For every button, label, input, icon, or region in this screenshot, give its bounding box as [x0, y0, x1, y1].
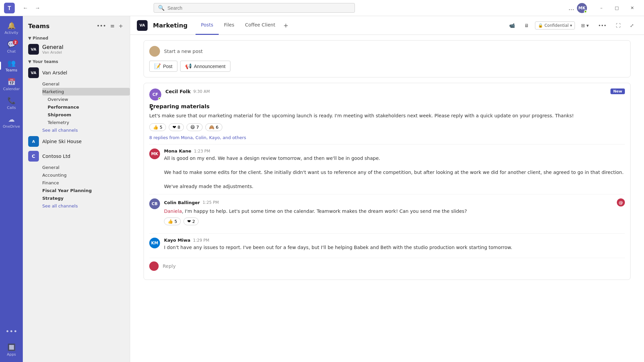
- post-header: CF Cecil Folk 9:30 AM New: [149, 88, 625, 101]
- tab-posts[interactable]: Posts: [196, 16, 219, 35]
- reply-content-mona: Mona Kane 1:23 PM All is good on my end.…: [164, 148, 625, 190]
- apps-icon: 🔲: [7, 343, 16, 351]
- colin-thumbs-emoji: 👍: [168, 219, 173, 224]
- maximize-button[interactable]: □: [609, 3, 625, 13]
- forward-button[interactable]: →: [32, 4, 43, 12]
- rail-item-teams[interactable]: 👥 Teams: [0, 56, 23, 75]
- reaction-heart[interactable]: ❤️ 8: [169, 123, 184, 131]
- pinned-team-subtitle: Van Arsdel: [42, 50, 63, 55]
- thumbs-up-count: 5: [160, 125, 162, 130]
- rail-item-onedrive[interactable]: ☁ OneDrive: [0, 113, 23, 131]
- team-avatar-contoso: C: [28, 151, 39, 162]
- sidebar-title: Teams: [28, 22, 50, 29]
- post-time: 9:30 AM: [193, 89, 210, 94]
- channel-shiproom[interactable]: Shiproom: [42, 111, 130, 119]
- pinned-section-header[interactable]: ▼ Pinned: [23, 33, 130, 42]
- reply-kayo: KM Kayo Miwa 1:29 PM I don't have any is…: [149, 233, 625, 255]
- reply-box[interactable]: Reply: [149, 258, 625, 274]
- team-contoso[interactable]: C Contoso Ltd: [23, 149, 130, 164]
- back-button[interactable]: ←: [20, 4, 31, 12]
- reply-author-kayo: Kayo Miwa: [164, 238, 191, 243]
- reply-box-input[interactable]: Reply: [163, 263, 176, 269]
- rail-item-apps[interactable]: 🔲 Apps: [0, 341, 23, 359]
- colin-at-mention-badge: @: [617, 198, 625, 206]
- team-alpine-ski-house[interactable]: A Alpine Ski House: [23, 134, 130, 149]
- composer-prompt[interactable]: Start a new post: [164, 49, 203, 54]
- post-new-badge: New: [610, 88, 625, 94]
- close-button[interactable]: ✕: [625, 3, 640, 13]
- channel-header-actions: 📹 🖥 🔒 Confidential ▾ ⊞ ▾ •••: [506, 21, 637, 30]
- channel-fiscal-year-planning[interactable]: Fiscal Year Planning: [42, 187, 130, 194]
- channel-contoso-general[interactable]: General: [42, 164, 130, 171]
- view-options-button[interactable]: ⊞ ▾: [578, 21, 592, 30]
- expand-button[interactable]: ⛶: [612, 21, 624, 30]
- tab-files[interactable]: Files: [219, 16, 240, 35]
- minimize-button[interactable]: –: [594, 3, 609, 13]
- post-preparing-materials: CF Cecil Folk 9:30 AM New Preparing mate…: [144, 83, 631, 280]
- reply-content-kayo: Kayo Miwa 1:29 PM I don't have any issue…: [164, 238, 625, 251]
- post-icon: 📝: [154, 63, 161, 69]
- laugh-count: 7: [196, 125, 199, 130]
- post-reactions: 👍 5 ❤️ 8 😄 7 🙈 6: [149, 123, 625, 131]
- rail-more-button[interactable]: •••: [5, 327, 17, 335]
- rail-item-activity[interactable]: 🔔 Activity: [0, 19, 23, 38]
- replies-link[interactable]: 8 replies from Mona, Colin, Kayo, and ot…: [149, 135, 625, 140]
- rail-item-chat[interactable]: 2 💬 Chat: [0, 38, 23, 56]
- rail-item-calendar[interactable]: 📅 Calendar: [0, 75, 23, 94]
- channel-performance[interactable]: Performance: [42, 103, 130, 111]
- reply-avatar-mona: MK: [149, 148, 160, 159]
- user-avatar[interactable]: MK: [577, 3, 587, 13]
- post-title: Preparing materials: [149, 103, 625, 110]
- screen-share-button[interactable]: 🖥: [521, 21, 532, 30]
- search-bar[interactable]: 🔍: [154, 3, 355, 13]
- confidential-badge[interactable]: 🔒 Confidential ▾: [535, 21, 575, 29]
- view-icon: ⊞: [581, 23, 585, 28]
- sidebar-add-button[interactable]: +: [117, 21, 124, 31]
- heart-count: 8: [177, 125, 180, 130]
- see-all-channels-van-arsdel[interactable]: See all channels: [42, 126, 130, 134]
- pinned-label: Pinned: [33, 36, 48, 41]
- post-button[interactable]: 📝 Post: [149, 61, 177, 72]
- pop-out-button[interactable]: ⤢: [627, 21, 637, 30]
- sidebar-filter-button[interactable]: ≡: [109, 21, 116, 31]
- your-teams-section-header[interactable]: ▼ Your teams: [23, 57, 130, 65]
- search-input[interactable]: [167, 5, 351, 11]
- colin-reaction-heart[interactable]: ❤️ 2: [183, 218, 199, 225]
- sidebar-content: ▼ Pinned VA General Van Arsdel ▼ Your te…: [23, 33, 130, 362]
- channel-telemetry[interactable]: Telemetry: [42, 119, 130, 126]
- online-status-dot: [584, 10, 587, 13]
- team-avatar-alpine: A: [28, 136, 39, 147]
- channel-marketing[interactable]: Marketing: [42, 88, 130, 96]
- onedrive-icon: ☁: [8, 115, 15, 123]
- pinned-general-van-arsdel[interactable]: VA General Van Arsdel: [23, 42, 130, 57]
- chat-badge: 2: [13, 40, 18, 45]
- channel-finance[interactable]: Finance: [42, 179, 130, 187]
- channel-more-button[interactable]: •••: [595, 21, 610, 30]
- colin-reaction-thumbs[interactable]: 👍 5: [164, 218, 181, 225]
- teams-logo: T: [4, 3, 15, 13]
- video-call-button[interactable]: 📹: [506, 21, 518, 30]
- pinned-team-avatar: VA: [28, 44, 39, 55]
- channel-strategy[interactable]: Strategy: [42, 194, 130, 202]
- title-bar: T ← → 🔍 ... MK – □ ✕: [0, 0, 644, 16]
- reaction-thumbs-up[interactable]: 👍 5: [149, 123, 166, 131]
- add-tab-button[interactable]: +: [281, 16, 291, 35]
- channel-overview[interactable]: Overview: [42, 96, 130, 103]
- reply-body-kayo: I don't have any issues to report. I've …: [164, 244, 625, 251]
- heart-emoji: ❤️: [172, 125, 176, 130]
- sidebar-more-button[interactable]: •••: [95, 21, 107, 31]
- reaction-laugh[interactable]: 😄 7: [186, 123, 203, 131]
- more-icon: •••: [598, 23, 606, 28]
- more-options-button[interactable]: ...: [569, 4, 574, 11]
- tab-coffee-client[interactable]: Coffee Client: [239, 16, 280, 35]
- channel-general[interactable]: General: [42, 80, 130, 88]
- channel-accounting[interactable]: Accounting: [42, 171, 130, 179]
- colin-reactions: 👍 5 ❤️ 2: [164, 218, 625, 225]
- rail-item-calls[interactable]: 📞 Calls: [0, 94, 23, 113]
- video-icon: 📹: [509, 23, 515, 28]
- see-all-channels-contoso[interactable]: See all channels: [42, 202, 130, 210]
- team-van-arsdel[interactable]: VA Van Arsdel: [23, 65, 130, 80]
- announcement-button[interactable]: 📢 Announcement: [180, 61, 230, 72]
- reaction-monkey[interactable]: 🙈 6: [205, 123, 222, 131]
- chevron-down-icon: ▾: [570, 23, 572, 28]
